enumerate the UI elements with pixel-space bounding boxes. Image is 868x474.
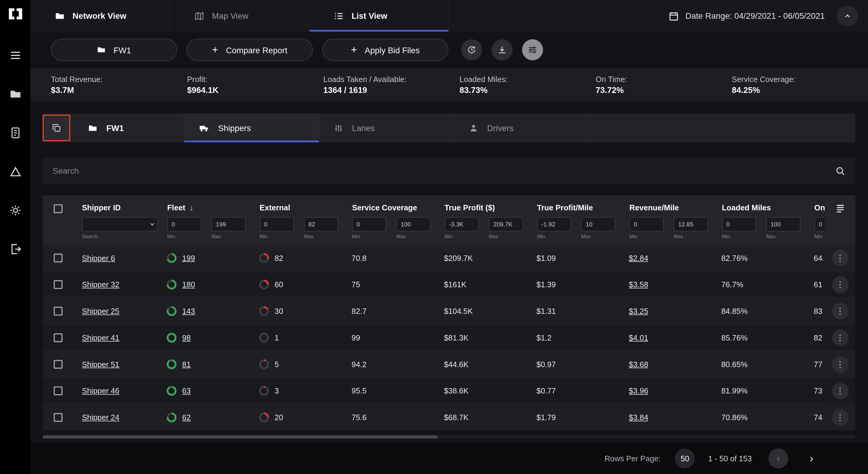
- prev-page-button[interactable]: ‹: [768, 449, 788, 469]
- shipper-link[interactable]: Shipper 32: [82, 280, 120, 289]
- next-page-button[interactable]: ›: [802, 449, 822, 469]
- column-header-true-profit[interactable]: True Profit ($): [444, 203, 527, 212]
- tab-drivers[interactable]: Drivers: [455, 114, 590, 142]
- column-header-fleet[interactable]: Fleet ↓: [167, 203, 249, 212]
- tab-list-view[interactable]: List View: [309, 0, 449, 31]
- service-coverage-value: 75.6: [342, 413, 434, 422]
- sort-desc-icon[interactable]: ↓: [190, 203, 194, 212]
- collapse-button[interactable]: [837, 5, 858, 26]
- shipper-link[interactable]: Shipper 25: [82, 306, 120, 315]
- column-header-external[interactable]: External: [260, 203, 342, 212]
- tab-map-view[interactable]: Map View: [170, 0, 310, 31]
- external-max-input[interactable]: [304, 217, 338, 231]
- row-checkbox[interactable]: [54, 386, 62, 395]
- logout-icon[interactable]: [4, 238, 26, 260]
- revenue-mile-link[interactable]: $3.58: [629, 280, 648, 289]
- loaded-miles-max-input[interactable]: [766, 217, 800, 231]
- external-value: 3: [275, 386, 279, 395]
- row-menu-button[interactable]: ⋮: [832, 382, 848, 399]
- tab-label: Map View: [212, 11, 248, 21]
- columns-icon[interactable]: [835, 203, 845, 213]
- shipper-link[interactable]: Shipper 41: [82, 333, 120, 342]
- row-menu-button[interactable]: ⋮: [832, 329, 848, 346]
- date-range-label[interactable]: Date Range: 04/29/2021 - 06/05/2021: [685, 11, 825, 21]
- column-header-service-coverage[interactable]: Service Coverage: [352, 203, 434, 212]
- triangle-icon[interactable]: [4, 160, 26, 183]
- gear-icon[interactable]: [4, 199, 26, 221]
- loaded-miles-value: 80.65%: [711, 359, 804, 368]
- column-header-loaded-miles[interactable]: Loaded Miles: [722, 203, 804, 212]
- history-button[interactable]: [461, 39, 483, 61]
- revenue-mile-link[interactable]: $4.01: [629, 333, 648, 342]
- true-profit-min-input[interactable]: [444, 217, 479, 231]
- column-header-revenue-mile[interactable]: Revenue/Mile: [629, 203, 712, 212]
- revenue-mile-link[interactable]: $3.96: [629, 386, 648, 395]
- scrollbar-thumb[interactable]: [43, 435, 437, 439]
- column-header-true-profit-mile[interactable]: True Profit/Mile: [537, 203, 619, 212]
- fleet-value[interactable]: 143: [182, 306, 195, 315]
- search-icon[interactable]: [835, 166, 845, 176]
- page-size-button[interactable]: 50: [675, 449, 695, 469]
- column-header-shipper-id[interactable]: Shipper ID: [82, 203, 157, 212]
- fleet-max-input[interactable]: [212, 217, 246, 231]
- shipper-link[interactable]: Shipper 6: [82, 253, 115, 262]
- service-coverage-value: 94.2: [342, 359, 434, 368]
- revenue-mile-link[interactable]: $3.68: [629, 359, 648, 368]
- compare-report-button[interactable]: + Compare Report: [186, 39, 313, 61]
- select-all-checkbox[interactable]: [54, 204, 62, 213]
- revenue-mile-link[interactable]: $3.84: [629, 413, 648, 422]
- fleet-value[interactable]: 98: [182, 333, 191, 342]
- row-checkbox[interactable]: [54, 413, 62, 422]
- true-profit-mile-max-input[interactable]: [581, 217, 616, 231]
- fleet-value[interactable]: 199: [182, 253, 195, 262]
- fleet-value[interactable]: 63: [182, 386, 191, 395]
- tab-shippers[interactable]: Shippers: [184, 114, 319, 142]
- row-menu-button[interactable]: ⋮: [832, 249, 848, 266]
- true-profit-max-input[interactable]: [489, 217, 523, 231]
- fleet-min-input[interactable]: [167, 217, 201, 231]
- filter-settings-button[interactable]: [522, 39, 543, 61]
- true-profit-value: $209.7K: [434, 253, 526, 262]
- search-input[interactable]: [53, 166, 835, 176]
- shipper-link[interactable]: Shipper 51: [82, 359, 120, 368]
- revenue-mile-max-input[interactable]: [674, 217, 708, 231]
- row-menu-button[interactable]: ⋮: [832, 276, 848, 293]
- row-checkbox[interactable]: [54, 359, 62, 368]
- duplicate-report-button[interactable]: [43, 115, 70, 141]
- shipper-id-filter-select[interactable]: [82, 217, 157, 231]
- fleet-value[interactable]: 81: [182, 359, 191, 368]
- download-button[interactable]: [492, 39, 513, 61]
- tab-lanes[interactable]: Lanes: [319, 114, 454, 142]
- content-area: FW1 Shippers Lanes: [31, 101, 868, 443]
- external-min-input[interactable]: [260, 217, 294, 231]
- shipper-link[interactable]: Shipper 46: [82, 386, 120, 395]
- row-checkbox[interactable]: [54, 306, 62, 315]
- fleet-value[interactable]: 62: [182, 413, 191, 422]
- row-menu-button[interactable]: ⋮: [832, 409, 848, 425]
- row-menu-button[interactable]: ⋮: [832, 303, 848, 319]
- true-profit-mile-min-input[interactable]: [537, 217, 571, 231]
- fleet-donut-icon: [167, 306, 177, 316]
- row-menu-button[interactable]: ⋮: [832, 356, 848, 372]
- folder-icon[interactable]: [4, 83, 26, 105]
- fleet-value[interactable]: 180: [182, 280, 195, 289]
- revenue-mile-link[interactable]: $3.25: [629, 306, 648, 315]
- row-checkbox[interactable]: [54, 280, 62, 289]
- invoice-icon[interactable]: [4, 122, 26, 144]
- row-checkbox[interactable]: [54, 333, 62, 342]
- revenue-mile-link[interactable]: $2.84: [629, 253, 648, 262]
- kebab-icon: ⋮: [836, 280, 844, 288]
- rows-per-page-label: Rows Per Page:: [605, 454, 661, 463]
- apply-bid-files-button[interactable]: + Apply Bid Files: [322, 39, 448, 61]
- menu-icon[interactable]: [4, 44, 26, 66]
- service-coverage-min-input[interactable]: [352, 217, 386, 231]
- true-profit-mile-value: $1.2: [526, 333, 619, 342]
- shipper-link[interactable]: Shipper 24: [82, 413, 120, 422]
- revenue-mile-min-input[interactable]: [629, 217, 664, 231]
- row-checkbox[interactable]: [54, 253, 62, 262]
- tab-network-view[interactable]: Network View: [31, 0, 170, 31]
- service-coverage-max-input[interactable]: [397, 217, 431, 231]
- report-folder-button[interactable]: FW1: [51, 39, 177, 61]
- loaded-miles-min-input[interactable]: [722, 217, 756, 231]
- report-tab-fw1[interactable]: FW1: [73, 114, 184, 142]
